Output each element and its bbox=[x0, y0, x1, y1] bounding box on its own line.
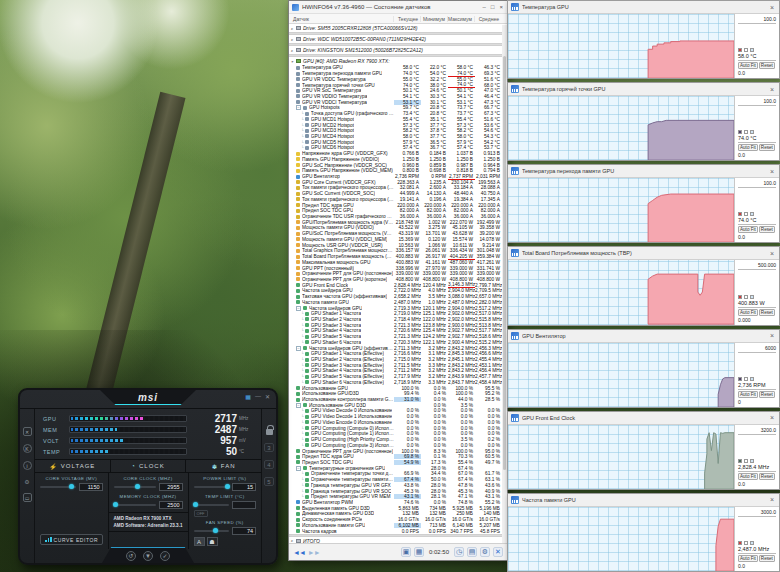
close-icon[interactable]: × bbox=[768, 168, 776, 175]
sensor-row[interactable]: GPU Core Current (VDDCR_GFX)228.363 А1.2… bbox=[289, 179, 502, 185]
sensor-row[interactable]: Ограничение PPT для GPU (постоянное)100.… bbox=[289, 448, 502, 454]
close-icon[interactable]: × bbox=[768, 4, 776, 11]
reset-icon[interactable]: ↺ bbox=[126, 551, 136, 561]
auto-fit-button[interactable]: Auto Fit bbox=[738, 555, 758, 562]
core-voltage-value[interactable]: 1150 bbox=[79, 483, 103, 491]
graph-panel-titlebar[interactable]: Температура GPU× bbox=[508, 1, 779, 14]
apply-icon[interactable]: ✓ bbox=[160, 551, 170, 561]
sensor-row[interactable]: └GPU MCD6 Hotspot57.4 °C36.7 °C57.4 °C53… bbox=[289, 145, 502, 151]
auto-fit-button[interactable]: Auto Fit bbox=[738, 309, 758, 316]
drive-section-row[interactable]: ▸Drive: SM55 2005CRXR12808 (5TCA00066SV1… bbox=[289, 24, 502, 32]
column-average[interactable]: Среднее bbox=[474, 16, 501, 22]
memory-clock-slider[interactable] bbox=[114, 504, 156, 506]
graph-panel-titlebar[interactable]: Температура горячей точки GPU× bbox=[508, 83, 779, 96]
core-voltage-slider[interactable] bbox=[40, 486, 76, 488]
fan-speed-value[interactable]: 74 bbox=[232, 527, 256, 535]
curve-editor-button[interactable]: CURVE EDITOR bbox=[40, 534, 103, 545]
reset-button[interactable]: Reset bbox=[759, 391, 775, 398]
graph-panel-titlebar[interactable]: GPU Front End Clock× bbox=[508, 412, 779, 425]
sensor-row[interactable]: └GPU Shader 6 Частота2,720.3 MHz122.1 MH… bbox=[289, 340, 502, 346]
sensor-row[interactable]: └GPU MCD1 Hotspot55.4 °C35.1 °C55.4 °C51… bbox=[289, 116, 502, 122]
sensor-row[interactable]: Предел SOC TDC GPU82.000 А82.000 А82.000… bbox=[289, 208, 502, 214]
sensor-row[interactable]: Напряжение ядра GPU (VDDCR_GFX)0.766 В0.… bbox=[289, 151, 502, 157]
column-sensor[interactable]: Датчик bbox=[289, 16, 393, 22]
graph-panel-titlebar[interactable]: Total Board Потребляемая мощность (TBP)× bbox=[508, 247, 779, 260]
sensor-row[interactable]: Память GPU Напряжение (VDDIO)1.250 В1.25… bbox=[289, 157, 502, 163]
sensor-row[interactable]: Ток памяти графического процессора (VDDI… bbox=[289, 185, 502, 191]
citizen-icon[interactable]: ✕ bbox=[23, 427, 32, 436]
gpu-section-row[interactable]: ▾GPU [#0]: AMD Radeon RX 7900 XTX: bbox=[289, 57, 502, 65]
sensor-row[interactable]: └GPU Shader 2 Частота (Effective)2,715.0… bbox=[289, 357, 502, 363]
sensor-row[interactable]: GPU SoC Current (VDDCR_SOC)44.999 А14.13… bbox=[289, 191, 502, 197]
power-limit-value[interactable]: 15 bbox=[232, 483, 256, 491]
sensor-row[interactable]: └GPU MCD5 Hotspot57.9 °C36.5 °C57.9 °C54… bbox=[289, 139, 502, 145]
monitor-icon[interactable]: ▭ bbox=[23, 493, 32, 502]
reset-button[interactable]: Reset bbox=[759, 226, 775, 233]
clock-icon[interactable]: ◷ bbox=[454, 547, 464, 557]
sensor-row[interactable]: GPU VR VDDCI Температура53.1 °C30.1 °C53… bbox=[289, 99, 502, 105]
sensor-row[interactable]: └GPU Shader 3 Частота2,721.3 MHz123.8 MH… bbox=[289, 322, 502, 328]
auto-fit-button[interactable]: Auto Fit bbox=[738, 144, 758, 151]
drive-section-row[interactable]: ▸Drive: KINGSTON SM1512000 (50026B72825C… bbox=[289, 46, 502, 54]
sensor-row[interactable]: GPU SoC Напряжение (VDDCR_SOC)0.960 В0.8… bbox=[289, 162, 502, 168]
sensor-row[interactable]: Предел TDC ядра GPU69.8 %0.1 %70.3 %60.5… bbox=[289, 454, 502, 460]
sensor-row[interactable]: Частота кадров0.0 FPS0.0 FPS340.7 FPS45.… bbox=[289, 528, 502, 534]
sensor-row[interactable]: └Ограничение температуры памяти GPU67.4 … bbox=[289, 477, 502, 483]
sensor-row[interactable]: GPU VR VDDIO Температура54.1 °C30.3 °C54… bbox=[289, 94, 502, 100]
collapse-icon[interactable]: − bbox=[296, 403, 301, 408]
sensor-row[interactable]: Использование GPU/D3D99.4 %0.4 %100.0 %9… bbox=[289, 391, 502, 397]
sensor-row[interactable]: Максимальная мощность GPU400.883 W41.161… bbox=[289, 259, 502, 265]
sensor-row[interactable]: └GPU MCD2 Hotspot57.3 °C37.7 °C57.3 °C53… bbox=[289, 122, 502, 128]
save-icon[interactable]: ▼ bbox=[143, 551, 153, 561]
sensor-row[interactable]: Мощность памяти GPU (VDDIO)43.522 W3.275… bbox=[289, 225, 502, 231]
sensor-row[interactable]: └GPU Shader 4 Частота (Effective)2,711.2… bbox=[289, 368, 502, 374]
sensor-row[interactable]: └GPU Computing (High Priority Compute) И… bbox=[289, 437, 502, 443]
sensor-row[interactable]: └GPU Shader 4 Частота2,720.6 MHz125.4 MH… bbox=[289, 328, 502, 334]
power-limit-slider[interactable] bbox=[194, 486, 230, 488]
sensor-row[interactable]: Использование GPU100.0 %0.0 %100.0 %95.5… bbox=[289, 385, 502, 391]
sensor-list[interactable]: ▸Drive: SM55 2005CRXR12808 (5TCA00066SV1… bbox=[289, 24, 507, 543]
sensor-row[interactable]: Частота шейдера GPU2,722.0 MHz4.0 MHz2,9… bbox=[289, 288, 502, 294]
auto-fit-button[interactable]: Auto Fit bbox=[738, 391, 758, 398]
sensor-row[interactable]: Температура горячей точки GPU74.0 °C38.0… bbox=[289, 82, 502, 88]
sensor-row[interactable]: └Граница температуры GPU VR SOC45.3 %28.… bbox=[289, 488, 502, 494]
sensor-row[interactable]: └GPU Shader 2 Частота2,718.4 MHz122.0 MH… bbox=[289, 317, 502, 323]
close-icon[interactable]: × bbox=[768, 496, 776, 503]
hwinfo-titlebar[interactable]: HWiNFO64 v7.36-4960 — Состояние датчиков… bbox=[289, 1, 507, 14]
core-clock-value[interactable]: 2955 bbox=[159, 483, 183, 491]
auto-fit-button[interactable]: Auto Fit bbox=[738, 226, 758, 233]
exit-icon[interactable]: ✕ bbox=[493, 547, 503, 557]
sensor-row[interactable]: Мощность памяти GPU (VDDCI_MEM)15.369 W0… bbox=[289, 237, 502, 243]
temp-limit-value[interactable] bbox=[232, 501, 256, 509]
minimize-icon[interactable]: – bbox=[483, 4, 486, 10]
sensor-row[interactable]: Выделенная память GPU D3D5,863 МБ734 МБ5… bbox=[289, 505, 502, 511]
settings-gear-icon[interactable]: ⚙ bbox=[480, 547, 490, 557]
minimize-icon[interactable]: — bbox=[255, 393, 261, 400]
sensor-row[interactable]: Динамическая память GPU D3D132 МБ132 МБ2… bbox=[289, 511, 502, 517]
sensor-row[interactable]: GPU Front End Clock2,828.4 MHz120.4 MHz3… bbox=[289, 282, 502, 288]
sensor-column-header[interactable]: Датчик Текущее Минимум Максимум Среднее bbox=[289, 14, 507, 24]
afterburner-titlebar[interactable]: msi ▦ — ✕ bbox=[20, 390, 276, 409]
reset-button[interactable]: Reset bbox=[759, 144, 775, 151]
close-icon[interactable]: × bbox=[499, 4, 503, 10]
sensor-row[interactable]: └Ограничение температуры точки доступа G… bbox=[289, 471, 502, 477]
sensors-sync-icon[interactable]: ▦ bbox=[414, 547, 424, 557]
sensor-row[interactable]: Ограничение PPT для GPU (постоянное)339.… bbox=[289, 271, 502, 277]
sensor-row[interactable]: └GPU Shader 1 Частота (Effective)2,716.6… bbox=[289, 351, 502, 357]
auto-fit-button[interactable]: Auto Fit bbox=[738, 62, 758, 69]
memory-clock-value[interactable]: 2500 bbox=[159, 501, 183, 509]
sensor-row[interactable]: Предел TDC ядра GPU220.000 А220.000 А220… bbox=[289, 202, 502, 208]
remote-monitor-icon[interactable]: ▣ bbox=[401, 547, 411, 557]
sensor-row[interactable]: −GPU Hotspots59.7 °C20.8 °C73.7 °C66.7 °… bbox=[289, 105, 502, 111]
sensor-row[interactable]: └GPU MCD3 Hotspot58.2 °C37.8 °C58.2 °C54… bbox=[289, 128, 502, 134]
bottom-section-row[interactable]: ▸ИТОГО bbox=[289, 537, 502, 543]
info-icon[interactable]: i bbox=[23, 461, 32, 470]
detach-icon[interactable]: ▦ bbox=[245, 393, 251, 400]
settings-gear-icon[interactable]: ⚙ bbox=[24, 478, 29, 485]
close-icon[interactable]: × bbox=[768, 414, 776, 421]
sensor-row[interactable]: └GPU Computing (Compute 1) Использование… bbox=[289, 431, 502, 437]
sensor-row[interactable]: GPU Вентилятор2,736 RPM0 RPM2,737 RPM2,0… bbox=[289, 174, 502, 180]
sensor-row[interactable]: Total Board Потребляемая мощность (TBP)4… bbox=[289, 254, 502, 260]
fan-user-button[interactable]: ☗ bbox=[207, 537, 218, 546]
collapse-icon[interactable]: − bbox=[296, 105, 301, 110]
